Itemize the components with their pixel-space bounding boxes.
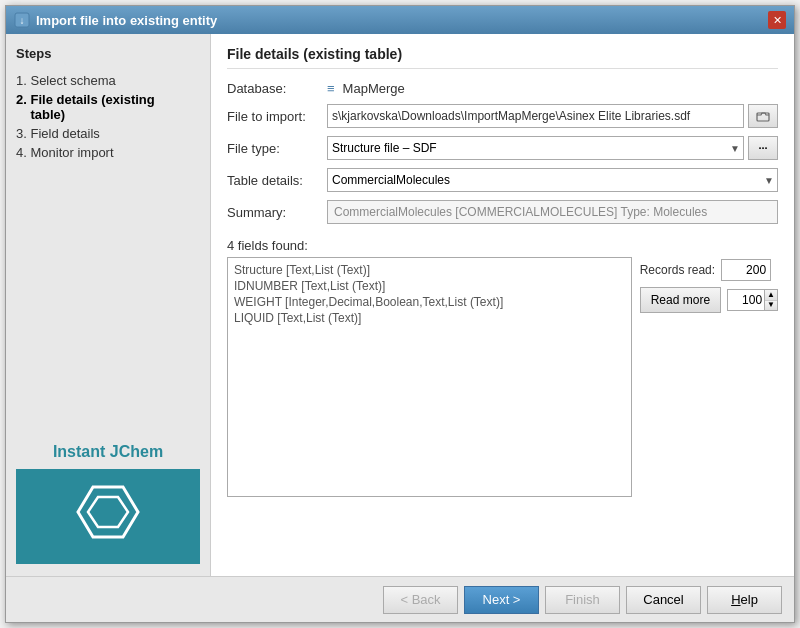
svg-text:↓: ↓ <box>20 15 25 26</box>
close-button[interactable]: ✕ <box>768 11 786 29</box>
database-label: Database: <box>227 81 327 96</box>
summary-label: Summary: <box>227 205 327 220</box>
browse-icon <box>756 110 770 122</box>
cancel-button[interactable]: Cancel <box>626 586 701 614</box>
step-4: 4. Monitor import <box>16 143 200 162</box>
step-2: 2. File details (existing table) <box>16 90 200 124</box>
svg-marker-3 <box>88 497 128 527</box>
records-read-row: Records read: <box>640 259 778 281</box>
table-select-wrapper: CommercialMolecules ▼ <box>327 168 778 192</box>
spinner-input[interactable] <box>728 290 764 310</box>
database-row: Database: ≡ MapMerge <box>227 81 778 96</box>
step-3-number: 3. <box>16 126 30 141</box>
step-2-label: File details (existing table) <box>16 92 155 122</box>
fields-row: Structure [Text,List (Text)] IDNUMBER [T… <box>227 257 778 497</box>
main-panel: File details (existing table) Database: … <box>211 34 794 576</box>
records-read-value[interactable] <box>721 259 771 281</box>
table-label: Table details: <box>227 173 327 188</box>
step-3-label: Field details <box>30 126 99 141</box>
logo-icon <box>68 482 148 552</box>
back-button[interactable]: < Back <box>383 586 458 614</box>
database-value: MapMerge <box>343 81 405 96</box>
fields-list: Structure [Text,List (Text)] IDNUMBER [T… <box>227 257 632 497</box>
read-more-row: Read more ▲ ▼ <box>640 287 778 313</box>
file-path-input[interactable] <box>327 104 744 128</box>
instant-jchem-label: Instant JChem <box>53 443 163 461</box>
filetype-row: File type: Structure file – SDF ▼ ··· <box>227 136 778 160</box>
title-bar-left: ↓ Import file into existing entity <box>14 12 217 28</box>
spinner-arrows: ▲ ▼ <box>764 290 777 310</box>
step-3: 3. Field details <box>16 124 200 143</box>
step-list: 1. Select schema 2. File details (existi… <box>16 71 200 162</box>
filetype-select-wrapper: Structure file – SDF ▼ <box>327 136 744 160</box>
spinner-down-button[interactable]: ▼ <box>765 301 777 311</box>
step-4-label: Monitor import <box>30 145 113 160</box>
database-value-area: ≡ MapMerge <box>327 81 778 96</box>
field-item-3: LIQUID [Text,List (Text)] <box>234 310 625 326</box>
bottom-bar: < Back Next > Finish Cancel Help <box>6 576 794 622</box>
panel-title: File details (existing table) <box>227 46 778 69</box>
field-item-2: WEIGHT [Integer,Decimal,Boolean,Text,Lis… <box>234 294 625 310</box>
table-row: Table details: CommercialMolecules ▼ <box>227 168 778 192</box>
dialog-icon: ↓ <box>14 12 30 28</box>
records-read-label: Records read: <box>640 263 715 277</box>
help-button[interactable]: Help <box>707 586 782 614</box>
filetype-options-button[interactable]: ··· <box>748 136 778 160</box>
field-item-1: IDNUMBER [Text,List (Text)] <box>234 278 625 294</box>
sidebar-title: Steps <box>16 46 200 61</box>
sidebar: Steps 1. Select schema 2. File details (… <box>6 34 211 576</box>
step-4-number: 4. <box>16 145 30 160</box>
filetype-input-area: Structure file – SDF ▼ ··· <box>327 136 778 160</box>
spinner-up-button[interactable]: ▲ <box>765 290 777 301</box>
file-row: File to import: <box>227 104 778 128</box>
step-1: 1. Select schema <box>16 71 200 90</box>
help-underline: Help <box>731 592 758 607</box>
step-1-label: Select schema <box>30 73 115 88</box>
summary-value: CommercialMolecules [COMMERCIALMOLECULES… <box>327 200 778 224</box>
logo-box <box>16 469 200 564</box>
field-item-0: Structure [Text,List (Text)] <box>234 262 625 278</box>
fields-section: 4 fields found: Structure [Text,List (Te… <box>227 238 778 497</box>
filetype-label: File type: <box>227 141 327 156</box>
spinner-wrapper: ▲ ▼ <box>727 289 778 311</box>
table-select-area: CommercialMolecules ▼ <box>327 168 778 192</box>
read-more-button[interactable]: Read more <box>640 287 721 313</box>
fields-found-label: 4 fields found: <box>227 238 778 253</box>
database-icon: ≡ <box>327 81 335 96</box>
browse-button[interactable] <box>748 104 778 128</box>
sidebar-logo-area: Instant JChem <box>16 443 200 564</box>
filetype-select[interactable]: Structure file – SDF <box>327 136 744 160</box>
records-panel: Records read: Read more ▲ ▼ <box>640 257 778 313</box>
title-bar: ↓ Import file into existing entity ✕ <box>6 6 794 34</box>
step-2-number: 2. <box>16 92 30 107</box>
file-label: File to import: <box>227 109 327 124</box>
summary-row: Summary: CommercialMolecules [COMMERCIAL… <box>227 200 778 224</box>
table-select[interactable]: CommercialMolecules <box>327 168 778 192</box>
file-input-area <box>327 104 778 128</box>
finish-button[interactable]: Finish <box>545 586 620 614</box>
dialog-title: Import file into existing entity <box>36 13 217 28</box>
step-1-number: 1. <box>16 73 30 88</box>
svg-rect-4 <box>757 113 769 121</box>
next-button[interactable]: Next > <box>464 586 539 614</box>
dialog: ↓ Import file into existing entity ✕ Ste… <box>5 5 795 623</box>
content-area: Steps 1. Select schema 2. File details (… <box>6 34 794 576</box>
